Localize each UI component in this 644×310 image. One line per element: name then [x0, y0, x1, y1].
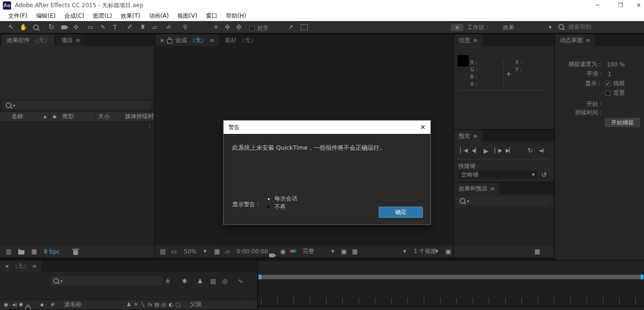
- shy-layers-icon[interactable]: ♟: [197, 278, 203, 284]
- menu-window[interactable]: 窗口: [202, 12, 222, 20]
- project-item-list[interactable]: ⁞: [0, 122, 154, 245]
- effects-search-input[interactable]: ▼: [457, 197, 551, 205]
- type-tool[interactable]: T: [110, 21, 120, 33]
- resolution-value[interactable]: 完整: [303, 247, 314, 255]
- menu-file[interactable]: 文件(F): [4, 12, 32, 20]
- current-time-display[interactable]: 0:00:00:00: [237, 248, 268, 255]
- solo-icon[interactable]: ●: [19, 302, 23, 307]
- quality-switch-icon[interactable]: ╲: [141, 302, 145, 307]
- zoom-tool[interactable]: [31, 21, 41, 33]
- graph-editor-icon[interactable]: ∿: [238, 278, 243, 284]
- fx-switch-icon[interactable]: fx: [147, 302, 152, 307]
- pen-tool[interactable]: ✎: [98, 21, 108, 33]
- mask-visibility-icon[interactable]: ▱: [225, 248, 230, 255]
- motion-blur-switch-icon[interactable]: ◎: [161, 302, 166, 307]
- new-folder-icon[interactable]: [18, 250, 24, 255]
- wireframe-checkbox[interactable]: ✓: [605, 81, 610, 86]
- adjustment-switch-icon[interactable]: ◐: [169, 302, 173, 307]
- always-preview-icon[interactable]: ▤: [160, 248, 166, 255]
- panel-menu-icon[interactable]: ≡: [210, 37, 214, 44]
- panel-grip-icon[interactable]: ⁞: [149, 123, 151, 129]
- play-button[interactable]: ▶: [484, 147, 488, 155]
- motion-blur-icon[interactable]: ◎: [222, 278, 227, 284]
- magnification-caret[interactable]: ▼: [203, 249, 206, 254]
- menu-animation[interactable]: 动画(A): [145, 12, 173, 20]
- tab-info[interactable]: 信息 ≡: [454, 34, 482, 46]
- view-count-value[interactable]: 1 个视图: [414, 247, 436, 255]
- background-checkbox[interactable]: [605, 90, 610, 96]
- view-axis-mode[interactable]: ✠: [234, 21, 244, 33]
- time-ruler[interactable]: [258, 279, 644, 307]
- show-snapshot-icon[interactable]: ◉: [280, 248, 285, 255]
- magnification-value[interactable]: 50%: [184, 248, 197, 255]
- menu-layer[interactable]: 图层(L): [89, 12, 116, 20]
- tab-footage[interactable]: 素材 （无）: [220, 34, 261, 46]
- lock-icon[interactable]: [167, 39, 172, 44]
- option-every-session[interactable]: 每次会话: [266, 195, 297, 203]
- smoothing-value[interactable]: 1: [608, 71, 611, 78]
- tab-close-icon[interactable]: ×: [5, 263, 9, 269]
- selection-tool[interactable]: ↖: [6, 21, 16, 33]
- puppet-pin-tool[interactable]: ⚲: [180, 21, 191, 33]
- tab-timeline[interactable]: × （无） ≡: [0, 261, 41, 272]
- video-eye-icon[interactable]: ◉: [4, 302, 9, 307]
- reset-icon[interactable]: ↺: [541, 171, 547, 178]
- label-column-icon[interactable]: ◆: [40, 302, 44, 307]
- primary-viewer-icon[interactable]: ▭: [171, 248, 177, 255]
- column-size[interactable]: 大小: [95, 112, 122, 121]
- tab-composition[interactable]: × 合成 （无） ≡: [155, 34, 219, 46]
- frame-blend-icon[interactable]: ▤: [210, 278, 216, 284]
- panel-menu-icon[interactable]: ≡: [76, 37, 80, 44]
- number-column[interactable]: #: [50, 301, 55, 308]
- brush-tool[interactable]: ✐: [124, 21, 135, 33]
- frame-blend-switch-icon[interactable]: ▤: [154, 302, 159, 307]
- first-frame-button[interactable]: ▏◀: [460, 147, 467, 154]
- view-layout-caret[interactable]: ▼: [403, 249, 406, 254]
- tab-effect-controls[interactable]: 效果控件 （无）: [2, 34, 55, 46]
- grid-guides-icon[interactable]: ▦: [214, 248, 220, 255]
- rectangle-tool[interactable]: ▭: [85, 21, 96, 33]
- transparency-grid-icon[interactable]: ▦: [352, 248, 358, 255]
- workspace-dropdown-caret[interactable]: ▼: [549, 25, 552, 30]
- mini-flowchart-icon[interactable]: ⋔: [165, 278, 170, 284]
- workspace-value[interactable]: 效果: [503, 23, 514, 32]
- pan-behind-tool[interactable]: ✣: [71, 21, 81, 33]
- work-area-bar[interactable]: [258, 275, 644, 279]
- color-depth-button[interactable]: 8 bpc: [44, 248, 60, 255]
- option-never[interactable]: 不再: [266, 203, 297, 211]
- panel-menu-icon[interactable]: ≡: [490, 186, 495, 192]
- tab-close-icon[interactable]: ×: [160, 37, 164, 44]
- panel-menu-icon[interactable]: ≡: [586, 37, 590, 44]
- audio-column-icon[interactable]: ◄): [11, 302, 17, 307]
- tab-effects-presets[interactable]: 效果和预设 ≡: [454, 183, 499, 194]
- cube-3d-switch-icon[interactable]: □: [175, 302, 180, 307]
- roto-brush-tool[interactable]: ✍: [164, 21, 174, 33]
- rotation-tool[interactable]: ↻: [46, 21, 56, 33]
- start-capture-button[interactable]: 开始捕捉: [605, 118, 640, 127]
- interpret-footage-icon[interactable]: ▥: [6, 248, 11, 255]
- next-frame-button[interactable]: ▏▶: [495, 147, 502, 154]
- panel-menu-icon[interactable]: ≡: [32, 263, 36, 269]
- tab-motion-sketch[interactable]: 动态草图 ≡: [555, 34, 595, 46]
- snapshot-icon[interactable]: [269, 254, 274, 257]
- view-count-caret[interactable]: ▼: [435, 249, 438, 254]
- workspace-badge-icon[interactable]: ⚙: [451, 24, 463, 31]
- resolution-caret[interactable]: ▼: [331, 249, 334, 254]
- camera-tool[interactable]: [58, 21, 69, 33]
- close-button[interactable]: ✕: [631, 0, 644, 11]
- tab-preview[interactable]: 预览 ≡: [454, 130, 482, 142]
- panel-menu-icon[interactable]: ≡: [473, 133, 477, 139]
- snapping-checkbox[interactable]: [249, 26, 255, 31]
- draft-3d-icon[interactable]: ✱: [182, 278, 187, 284]
- panel-menu-icon[interactable]: ≡: [473, 37, 477, 44]
- column-name[interactable]: 名称 ▲: [0, 112, 49, 121]
- world-axis-mode[interactable]: ✜: [222, 21, 233, 33]
- region-of-interest-icon[interactable]: ▣: [341, 248, 347, 255]
- tab-project[interactable]: 项目 ≡: [56, 34, 85, 46]
- timeline-search-input[interactable]: ▼: [50, 276, 162, 286]
- project-search-input[interactable]: ▼: [3, 101, 151, 110]
- source-name-column[interactable]: 源名称: [64, 300, 81, 309]
- pixel-aspect-icon[interactable]: ▣: [445, 248, 451, 255]
- hand-tool[interactable]: ✋: [18, 21, 29, 33]
- new-preset-icon[interactable]: ▦: [534, 248, 540, 255]
